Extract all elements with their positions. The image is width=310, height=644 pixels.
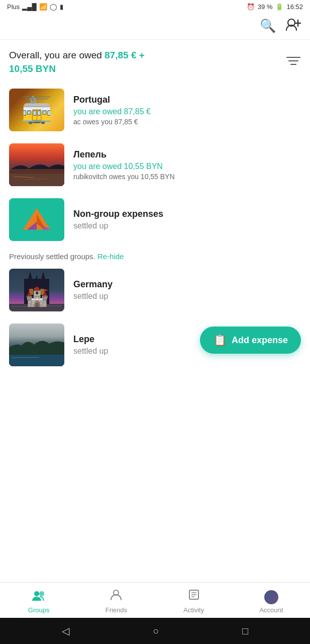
svg-point-29 [39,591,44,596]
activity-icon [188,589,200,604]
group-thumb-lepe [9,324,64,366]
summary-banner: Overall, you are owed 87,85 € + 10,55 BY… [0,40,310,83]
summary-text: Overall, you are owed 87,85 € + 10,55 BY… [9,49,145,75]
settled-group-list: Germany settled up [0,263,310,372]
groups-icon [32,589,46,604]
group-name-nongroup: Non-group expenses [73,209,301,219]
nav-label-friends: Friends [106,606,127,614]
svg-line-9 [14,177,34,178]
group-thumb-nongroup [9,198,64,241]
group-item-germany[interactable]: Germany settled up [0,263,310,317]
group-thumb-germany [9,269,64,311]
battery-percent: 39 % [258,3,273,11]
svg-rect-26 [9,355,64,366]
fab-overlay: 📋 Add expense [200,327,301,354]
svg-line-10 [24,179,49,180]
wifi-icon: 📶 [39,3,47,11]
nav-label-groups: Groups [28,606,50,614]
filter-icon[interactable] [286,54,301,70]
group-thumb-lepel [9,143,64,186]
account-icon [264,589,278,604]
alarm-icon: ⏰ [247,3,255,11]
group-list: 🚋 Portugal you are owed 87,85 € ac owes … [0,83,310,247]
group-thumb-portugal: 🚋 [9,89,64,131]
group-item-nongroup[interactable]: Non-group expenses settled up [0,192,310,247]
home-button[interactable]: ○ [153,625,159,637]
battery-indicator-icon: ▮ [60,3,63,11]
status-bar: Plus ▂▄█ 📶 ◯ ▮ ⏰ 39 % 🔋 16:52 [0,0,310,14]
signal-icon: ▂▄█ [22,3,36,11]
settled-label: Previously settled groups. Re-hide [0,247,310,263]
group-status-germany: settled up [73,292,301,301]
battery-icon: 🔋 [275,3,283,11]
summary-amount2: 10,55 BYN [9,63,56,74]
group-item-portugal[interactable]: 🚋 Portugal you are owed 87,85 € ac owes … [0,83,310,137]
nav-item-activity[interactable]: Activity [155,583,233,618]
system-nav-bar: ◁ ○ □ [0,618,310,644]
group-detail-portugal: ac owes you 87,85 € [73,118,301,126]
group-name-germany: Germany [73,279,301,290]
nav-label-activity: Activity [183,606,204,614]
summary-amount1: 87,85 € + [105,50,145,60]
nav-label-account: Account [259,606,283,614]
group-name-portugal: Portugal [73,95,301,105]
svg-point-28 [34,591,39,596]
svg-rect-23 [9,304,64,311]
group-status-portugal: you are owed 87,85 € [73,107,301,116]
group-info-lepel: Лепель you are owed 10,55 BYN rubikovitc… [73,149,301,181]
group-status-lepel: you are owed 10,55 BYN [73,162,301,171]
svg-rect-16 [24,279,49,304]
add-expense-button[interactable]: 📋 Add expense [200,327,301,354]
nav-item-account[interactable]: Account [233,583,310,618]
group-info-germany: Germany settled up [73,279,301,301]
instagram-icon: ◯ [50,3,57,11]
top-bar: 🔍 [0,14,310,40]
carrier-label: Plus [7,3,20,11]
search-icon[interactable]: 🔍 [260,18,276,34]
friends-icon [110,589,122,604]
status-right: ⏰ 39 % 🔋 16:52 [247,3,303,11]
group-status-nongroup: settled up [73,221,301,230]
back-button[interactable]: ◁ [62,625,69,637]
add-expense-label: Add expense [232,335,288,346]
svg-rect-22 [34,288,39,293]
svg-point-7 [12,177,62,185]
add-friends-icon[interactable] [286,18,301,34]
svg-rect-8 [9,174,64,186]
group-info-portugal: Portugal you are owed 87,85 € ac owes yo… [73,95,301,126]
group-name-lepel: Лепель [73,149,301,160]
svg-rect-21 [40,289,44,295]
group-detail-lepel: rubikovitch owes you 10,55 BYN [73,173,301,181]
nav-item-friends[interactable]: Friends [77,583,155,618]
svg-rect-20 [29,289,33,295]
nav-item-groups[interactable]: Groups [0,583,77,618]
recents-button[interactable]: □ [242,625,248,637]
add-expense-icon: 📋 [213,334,227,347]
status-left: Plus ▂▄█ 📶 ◯ ▮ [7,3,63,11]
settled-text: Previously settled groups. [9,252,95,261]
bottom-nav: Groups Friends Activity Account [0,582,310,618]
summary-prefix: Overall, you are owed [9,50,105,60]
group-info-nongroup: Non-group expenses settled up [73,209,301,230]
group-item-lepel[interactable]: Лепель you are owed 10,55 BYN rubikovitc… [0,137,310,192]
rehide-button[interactable]: Re-hide [97,252,124,261]
group-item-lepe[interactable]: Lepe settled up 📋 Add expense [0,317,310,372]
time-label: 16:52 [286,3,303,11]
